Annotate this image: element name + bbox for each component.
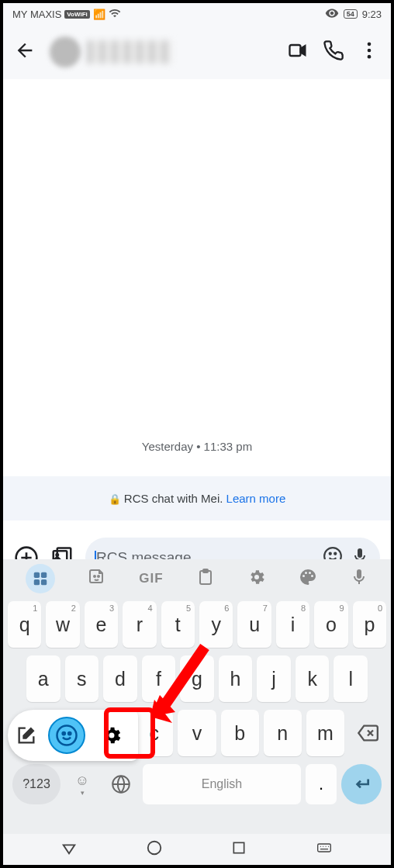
key-t[interactable]: t5: [161, 601, 195, 648]
backspace-key[interactable]: [349, 710, 386, 756]
emoji-key[interactable]: ☺▾: [65, 764, 99, 804]
key-p[interactable]: p0: [353, 601, 386, 648]
battery-icon: 54: [344, 9, 358, 19]
keyboard-toolbar: GIF: [3, 559, 391, 598]
status-bar: MY MAXIS VoWiFi 📶 54 9:23: [3, 3, 391, 25]
key-m[interactable]: m: [306, 710, 344, 756]
key-d[interactable]: d: [103, 655, 137, 702]
keyboard-row-1: q1w2e3r4t5y6u7i8o9p0: [8, 601, 386, 648]
svg-rect-0: [290, 45, 301, 56]
key-y[interactable]: y6: [199, 601, 233, 648]
svg-rect-11: [34, 572, 40, 578]
svg-point-21: [63, 732, 65, 735]
period-key[interactable]: .: [306, 764, 337, 804]
back-button[interactable]: [14, 40, 36, 64]
svg-point-2: [368, 49, 372, 53]
symbols-key[interactable]: ?123: [12, 764, 60, 804]
key-e[interactable]: e3: [85, 601, 118, 648]
keyboard-row-2: asdfghjkl: [8, 655, 386, 702]
key-g[interactable]: g: [180, 655, 214, 702]
key-a[interactable]: a: [26, 655, 60, 702]
key-i[interactable]: i8: [276, 601, 309, 648]
popup-emoji-icon[interactable]: [48, 717, 85, 754]
conversation-area[interactable]: Yesterday • 11:33 pm: [3, 79, 391, 476]
keyboard-row-4: ?123 ☺▾ English .: [8, 764, 386, 804]
svg-rect-25: [318, 844, 331, 852]
svg-point-16: [98, 576, 99, 577]
svg-rect-13: [34, 579, 40, 585]
key-n[interactable]: n: [264, 710, 302, 756]
overflow-menu-button[interactable]: [358, 40, 380, 64]
app-bar: [3, 25, 391, 79]
key-j[interactable]: j: [257, 655, 291, 702]
key-c[interactable]: c: [135, 710, 173, 756]
nav-recents-button[interactable]: [231, 840, 247, 859]
svg-point-20: [57, 726, 77, 745]
key-v[interactable]: v: [178, 710, 216, 756]
keyboard-settings-button[interactable]: [247, 568, 266, 590]
clock-label: 9:23: [362, 9, 382, 20]
key-o[interactable]: o9: [314, 601, 347, 648]
theme-button[interactable]: [299, 568, 317, 590]
eye-icon: [325, 6, 339, 22]
nav-bar: [3, 834, 391, 865]
svg-point-3: [368, 55, 372, 59]
popup-edit-icon[interactable]: [12, 721, 40, 749]
keyboard-apps-button[interactable]: [26, 564, 55, 593]
svg-rect-14: [41, 579, 47, 585]
carrier-label: MY MAXIS: [12, 9, 61, 20]
popup-settings-icon[interactable]: [93, 717, 130, 754]
lock-icon: 🔒: [109, 493, 121, 505]
svg-point-9: [330, 553, 331, 555]
wifi-icon: [109, 7, 121, 22]
key-s[interactable]: s: [65, 655, 99, 702]
contact-name[interactable]: [87, 40, 172, 64]
key-k[interactable]: k: [296, 655, 330, 702]
svg-rect-24: [233, 842, 244, 852]
rcs-banner-text: RCS chat with Mei.: [124, 492, 226, 505]
video-call-button[interactable]: [287, 40, 309, 64]
avatar[interactable]: [50, 36, 81, 67]
key-b[interactable]: b: [221, 710, 259, 756]
keyboard-popup: [8, 710, 138, 761]
nav-keyboard-button[interactable]: [315, 840, 334, 859]
vowifi-badge: VoWiFi: [64, 10, 89, 19]
keyboard-mic-button[interactable]: [350, 568, 368, 590]
key-r[interactable]: r4: [123, 601, 156, 648]
language-key[interactable]: [104, 764, 138, 804]
key-q[interactable]: q1: [8, 601, 41, 648]
space-key[interactable]: English: [143, 764, 301, 804]
key-f[interactable]: f: [142, 655, 176, 702]
enter-key[interactable]: [341, 764, 382, 804]
svg-point-23: [148, 842, 161, 855]
gif-button[interactable]: GIF: [139, 571, 163, 586]
learn-more-link[interactable]: Learn more: [226, 492, 286, 505]
nav-back-button[interactable]: [60, 839, 78, 859]
key-w[interactable]: w2: [46, 601, 79, 648]
rcs-banner: 🔒 RCS chat with Mei. Learn more: [3, 476, 391, 520]
clipboard-button[interactable]: [196, 568, 215, 590]
svg-point-22: [68, 732, 71, 735]
svg-rect-12: [41, 572, 47, 578]
message-timestamp: Yesterday • 11:33 pm: [3, 440, 391, 453]
svg-point-1: [368, 43, 372, 47]
svg-point-15: [94, 576, 95, 577]
keyboard: GIF q1w2e3r4t5y6u7i8o9p0 asdfghjkl zxcvb…: [3, 559, 391, 865]
signal-icon: 📶: [93, 9, 105, 20]
sticker-button[interactable]: [88, 568, 106, 590]
nav-home-button[interactable]: [146, 839, 163, 859]
svg-point-10: [334, 553, 336, 555]
key-u[interactable]: u7: [237, 601, 271, 648]
phone-call-button[interactable]: [323, 40, 344, 64]
key-h[interactable]: h: [219, 655, 253, 702]
key-l[interactable]: l: [334, 655, 368, 702]
